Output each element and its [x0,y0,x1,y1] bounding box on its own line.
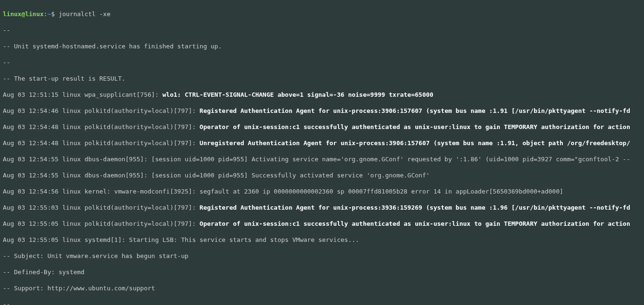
log-line: -- [3,300,641,305]
log-line: Aug 03 12:54:55 linux dbus-daemon[955]: … [3,171,641,179]
log-line: -- Defined-By: systemd [3,268,641,276]
log-prefix: Aug 03 12:54:48 linux polkitd(authority=… [3,123,200,130]
log-line: Aug 03 12:54:55 linux dbus-daemon[955]: … [3,155,641,163]
log-line: -- [3,26,641,34]
log-message: Operator of unix-session:c1 successfully… [200,220,630,227]
log-line: -- [3,58,641,66]
prompt-colon: : [44,10,47,18]
log-line: Aug 03 12:55:03 linux polkitd(authority=… [3,203,641,212]
log-message: Operator of unix-session:c1 successfully… [200,123,630,130]
prompt-dollar: $ [51,10,59,18]
log-line: Aug 03 12:51:15 linux wpa_supplicant[756… [3,91,641,99]
prompt-user-host: linux@linux [3,10,44,18]
log-line: -- The start-up result is RESULT. [3,74,641,83]
log-line: Aug 03 12:54:48 linux polkitd(authority=… [3,123,641,131]
prompt-line: linux@linux:~$ journalctl -xe [3,10,641,18]
log-message: Unregistered Authentication Agent for un… [200,139,630,147]
log-prefix: Aug 03 12:55:05 linux polkitd(authority=… [3,220,200,227]
log-message: Registered Authentication Agent for unix… [200,204,630,211]
log-prefix: Aug 03 12:55:03 linux polkitd(authority=… [3,204,200,211]
log-line: Aug 03 12:55:05 linux systemd[1]: Starti… [3,236,641,244]
log-prefix: Aug 03 12:54:46 linux polkitd(authority=… [3,107,200,114]
log-line: Aug 03 12:54:48 linux polkitd(authority=… [3,139,641,147]
log-prefix: Aug 03 12:51:15 linux wpa_supplicant[756… [3,91,163,98]
log-line: -- Unit systemd-hostnamed.service has fi… [3,42,641,50]
terminal-window[interactable]: linux@linux:~$ journalctl -xe -- -- Unit… [0,0,644,305]
prompt-path: ~ [47,10,51,18]
log-line: Aug 03 12:54:56 linux kernel: vmware-mod… [3,187,641,195]
log-line: Aug 03 12:54:46 linux polkitd(authority=… [3,107,641,115]
log-message: Registered Authentication Agent for unix… [200,107,630,114]
command-text: journalctl -xe [58,10,110,18]
log-line: -- Subject: Unit vmware.service has begu… [3,252,641,260]
log-line: Aug 03 12:55:05 linux polkitd(authority=… [3,220,641,228]
log-message: wlo1: CTRL-EVENT-SIGNAL-CHANGE above=1 s… [163,91,433,98]
log-prefix: Aug 03 12:54:48 linux polkitd(authority=… [3,139,200,147]
log-line: -- Support: http://www.ubuntu.com/suppor… [3,284,641,292]
